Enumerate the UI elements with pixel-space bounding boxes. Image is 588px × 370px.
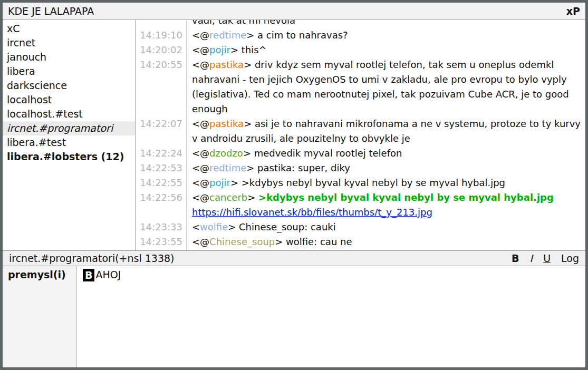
message-input[interactable]: BAHOJ: [76, 266, 585, 368]
message-text: <wolfie> Chinese_soup: cauki: [187, 220, 585, 235]
plain-text: > wolfie: cau ne: [275, 236, 352, 247]
plain-text: [554, 192, 557, 203]
message-text: <@pojir> this^: [187, 43, 585, 57]
plain-text: > Chinese_soup: cauki: [228, 221, 336, 232]
chat-message-row: 14:22:55<@pojir> >kdybys nebyl byval kyv…: [136, 176, 585, 190]
colored-text: pastika: [209, 118, 244, 129]
chat-message-row: 14:22:53<@redtime> pastika: super, diky: [136, 161, 585, 176]
timestamp: 14:22:55: [136, 176, 187, 190]
chat-message-row: 14:22:56<@cancerb> >kdybys nebyl byval k…: [136, 190, 585, 220]
plain-text: <@: [192, 44, 209, 55]
colored-text: wolfie: [200, 221, 228, 232]
plain-text: <@: [192, 162, 209, 173]
timestamp: 14:25:25: [136, 249, 187, 250]
timestamp: 14:22:07: [136, 116, 187, 146]
colored-text: redtime: [209, 162, 246, 173]
plain-text: <: [192, 221, 200, 232]
message-text: <@Yossarian> https://www.rouming.cz/roum…: [187, 249, 585, 250]
plain-text: > driv kdyz sem myval rootlej telefon, t…: [192, 59, 572, 114]
timestamp: 14:22:56: [136, 190, 187, 220]
timestamp: 14:20:55: [136, 57, 187, 116]
window-title: KDE JE LALAPAPA: [8, 5, 94, 17]
chat-message-row: 14:20:55<@pastika> driv kdyz sem myval r…: [136, 57, 585, 116]
colored-text: redtime: [209, 30, 246, 41]
chat-messages: vadi, tak at mi nevola14:19:10<@redtime>…: [136, 20, 585, 250]
plain-text: >: [247, 192, 258, 203]
nick-label: premysl(i): [3, 266, 76, 368]
format-button-log[interactable]: Log: [561, 252, 579, 264]
status-bar: ircnet.#programatori(+nsl 1338) BIULog: [3, 250, 585, 266]
colored-text: pojir: [209, 44, 230, 55]
sidebar-item-ircnet[interactable]: ircnet: [3, 36, 135, 50]
colored-text: dzodzo: [209, 148, 243, 159]
chat-message-row: 14:20:02<@pojir> this^: [136, 43, 585, 57]
timestamp: 14:23:55: [136, 235, 187, 249]
plain-text: <@: [192, 192, 209, 203]
input-bar: premysl(i) BAHOJ: [3, 266, 585, 368]
timestamp: 14:19:10: [136, 28, 187, 43]
message-text: <@cancerb> >kdybys nebyl byval kyval neb…: [187, 190, 585, 220]
irc-client-window: KDE JE LALAPAPA xP xCircnetjanouchlibera…: [0, 0, 588, 370]
format-buttons: BIULog: [512, 252, 579, 264]
message-text: <@pastika> asi je to nahravani mikrofona…: [187, 116, 585, 146]
chat-message-row: 14:23:55<@Chinese_soup> wolfie: cau ne: [136, 235, 585, 249]
main-area: xCircnetjanouchliberadarksciencelocalhos…: [3, 20, 585, 250]
chat-message-row: vadi, tak at mi nevola: [136, 20, 585, 28]
colored-text: cancerb: [209, 192, 247, 203]
sidebar-item-ircnet-programatori[interactable]: ircnet.#programatori: [3, 121, 135, 135]
sidebar-item-darkscience[interactable]: darkscience: [3, 79, 135, 93]
plain-text: <@: [192, 177, 209, 188]
format-button-i[interactable]: I: [530, 252, 533, 264]
message-text: <@dzodzo> medvedik myval rootlej telefon: [187, 146, 585, 161]
sidebar-item-xc[interactable]: xC: [3, 22, 135, 36]
message-text: vadi, tak at mi nevola: [187, 20, 585, 28]
sidebar-item-libera-test[interactable]: libera.#test: [3, 135, 135, 150]
plain-text: <@: [192, 30, 209, 41]
timestamp: 14:20:02: [136, 43, 187, 57]
plain-text: > asi je to nahravani mikrofonama a ne v…: [192, 118, 584, 144]
chat-message-row: 14:23:33<wolfie> Chinese_soup: cauki: [136, 220, 585, 235]
plain-text: > this^: [230, 44, 267, 55]
plain-text: > pastika: super, diky: [246, 162, 350, 173]
sidebar-item-janouch[interactable]: janouch: [3, 50, 135, 64]
sidebar-item-libera-lobsters-12-[interactable]: libera.#lobsters (12): [3, 150, 135, 164]
plain-text: > >kdybys nebyl byval kyval nebyl by se …: [230, 177, 505, 188]
format-button-u[interactable]: U: [543, 252, 551, 264]
channel-list: xCircnetjanouchliberadarksciencelocalhos…: [3, 20, 136, 250]
timestamp: 14:23:33: [136, 220, 187, 235]
chat-pane: vadi, tak at mi nevola14:19:10<@redtime>…: [136, 20, 585, 250]
plain-text: <@: [192, 118, 209, 129]
plain-text: > a cim to nahravas?: [246, 30, 348, 41]
message-text: <@redtime> pastika: super, diky: [187, 161, 585, 176]
message-text: <@Chinese_soup> wolfie: cau ne: [187, 235, 585, 249]
sidebar-item-libera[interactable]: libera: [3, 64, 135, 79]
chat-message-row: 14:22:24<@dzodzo> medvedik myval rootlej…: [136, 146, 585, 161]
plain-text: <@: [192, 148, 209, 159]
plain-text: <@: [192, 236, 209, 247]
sidebar-item-localhost[interactable]: localhost: [3, 93, 135, 107]
format-button-b[interactable]: B: [512, 252, 519, 264]
timestamp: 14:22:53: [136, 161, 187, 176]
title-bar: KDE JE LALAPAPA xP: [3, 3, 585, 20]
colored-text: pastika: [209, 59, 244, 70]
plain-text: vadi, tak at mi nevola: [192, 20, 295, 26]
chat-message-row: 14:22:07<@pastika> asi je to nahravani m…: [136, 116, 585, 146]
colored-text: Chinese_soup: [209, 236, 275, 247]
chat-message-row: 14:19:10<@redtime> a cim to nahravas?: [136, 28, 585, 43]
colored-text: pojir: [209, 177, 230, 188]
message-text: <@pojir> >kdybys nebyl byval kyval nebyl…: [187, 176, 585, 190]
colored-text: >kdybys nebyl byval kyval nebyl by se my…: [258, 192, 554, 203]
message-input-text: AHOJ: [95, 269, 121, 280]
bold-control-char: B: [83, 269, 94, 281]
timestamp: [136, 20, 187, 28]
plain-text: > medvedik myval rootlej telefon: [243, 148, 402, 159]
chat-message-row: 14:25:25<@Yossarian> https://www.rouming…: [136, 249, 585, 250]
message-text: <@redtime> a cim to nahravas?: [187, 28, 585, 43]
timestamp: 14:22:24: [136, 146, 187, 161]
sidebar-item-localhost-test[interactable]: localhost.#test: [3, 107, 135, 121]
message-text: <@pastika> driv kdyz sem myval rootlej t…: [187, 57, 585, 116]
close-button[interactable]: xP: [566, 5, 580, 17]
plain-text: <@: [192, 59, 209, 70]
channel-topic-info: ircnet.#programatori(+nsl 1338): [9, 252, 175, 264]
link[interactable]: https://hifi.slovanet.sk/bb/files/thumbs…: [192, 207, 432, 218]
